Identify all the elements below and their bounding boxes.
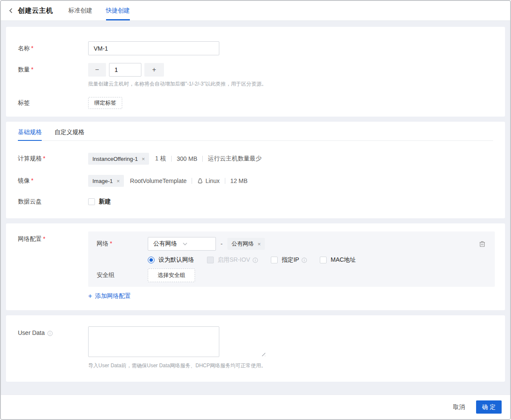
offering-tag-remove-icon[interactable]: × (142, 156, 145, 162)
network-card: 网络配置* 网络* 公有网络 - 公有网络 × (6, 223, 505, 310)
name-input[interactable] (88, 41, 219, 55)
tab-standard-create[interactable]: 标准创建 (69, 1, 92, 20)
image-tag: Image-1 × (88, 175, 124, 187)
sriov-checkbox (207, 257, 214, 263)
network-tag-remove-icon[interactable]: × (258, 241, 261, 247)
selected-network-tag: 公有网络 × (227, 238, 265, 250)
sriov-label: 启用SR-IOV (218, 256, 250, 264)
mac-address-checkbox[interactable] (320, 257, 327, 263)
image-tag-remove-icon[interactable]: × (117, 178, 120, 184)
plus-icon: + (88, 293, 92, 300)
data-volume-row: 数据云盘 新建 (18, 198, 493, 206)
network-options-row: 设为默认网络 启用SR-IOV 指定IP (97, 256, 486, 264)
new-volume-checkbox-label: 新建 (99, 198, 111, 206)
name-label: 名称* (18, 45, 88, 52)
trash-icon (479, 240, 485, 247)
count-row: 数量* − + 批量创建云主机时，名称将会自动增加后缀"-1/-2/-3"以此类… (18, 63, 493, 88)
userdata-textarea[interactable] (88, 326, 219, 357)
bind-tag-button[interactable]: 绑定标签 (88, 97, 122, 109)
quantity-hint: 批量创建云主机时，名称将会自动增加后缀"-1/-2/-3"以此类推，用于区分资源… (88, 80, 267, 88)
delete-network-button[interactable] (478, 240, 486, 248)
back-chevron-icon (9, 8, 14, 14)
confirm-button[interactable]: 确 定 (476, 400, 502, 414)
spec-card: 基础规格 自定义规格 计算规格* InstanceOffering-1 × 1 … (6, 122, 505, 218)
tab-custom-spec[interactable]: 自定义规格 (55, 129, 84, 141)
offering-label: 计算规格* (18, 155, 88, 163)
quantity-plus-button[interactable]: + (144, 63, 164, 77)
footer-bar: 取消 确 定 (1, 394, 510, 419)
network-label: 网络* (97, 240, 148, 248)
back-button[interactable] (9, 1, 18, 20)
data-volume-label: 数据云盘 (18, 198, 88, 206)
image-row: 镜像* Image-1 × RootVolumeTemplate Linux 1… (18, 175, 493, 187)
create-mode-tabs: 标准创建 快捷创建 (69, 1, 144, 20)
specify-ip-info-icon[interactable] (301, 257, 307, 263)
offering-row: 计算规格* InstanceOffering-1 × 1 核 300 MB 运行… (18, 153, 493, 165)
offering-meta: 1 核 300 MB 运行云主机数量最少 (155, 155, 261, 163)
specify-ip-label: 指定IP (281, 256, 299, 264)
default-network-label: 设为默认网络 (158, 256, 194, 264)
mac-address-label: MAC地址 (330, 256, 356, 264)
tag-label: 标签 (18, 99, 88, 107)
userdata-row: User Data 导入User Data前，需确保User Data网络服务、… (18, 326, 493, 369)
image-label: 镜像* (18, 177, 88, 185)
security-group-label: 安全组 (97, 271, 148, 279)
add-network-config-link[interactable]: + 添加网络配置 (88, 292, 131, 300)
userdata-info-icon[interactable] (47, 331, 53, 336)
quantity-stepper: − + (88, 63, 267, 77)
quantity-minus-button[interactable]: − (88, 63, 106, 77)
userdata-hint: 导入User Data前，需确保User Data网络服务、DHCP网络服务均可… (88, 362, 266, 369)
name-row: 名称* (18, 41, 493, 55)
new-volume-checkbox[interactable] (88, 198, 95, 205)
security-group-row: 安全组 选择安全组 (97, 269, 486, 282)
tag-row: 标签 绑定标签 (18, 97, 493, 109)
tab-quick-create[interactable]: 快捷创建 (106, 1, 130, 20)
page-title: 创建云主机 (18, 1, 53, 20)
default-network-radio[interactable] (148, 257, 155, 263)
image-meta: RootVolumeTemplate Linux 12 MB (130, 177, 247, 184)
userdata-card: User Data 导入User Data前，需确保User Data网络服务、… (6, 315, 505, 382)
tab-basic-spec[interactable]: 基础规格 (18, 129, 42, 141)
network-config-row: 网络配置* 网络* 公有网络 - 公有网络 × (18, 231, 495, 287)
cancel-button[interactable]: 取消 (453, 403, 465, 411)
network-config-label: 网络配置* (18, 231, 88, 287)
select-security-group-button[interactable]: 选择安全组 (148, 269, 195, 282)
form-content: 名称* 数量* − + 批量创建云主机时，名称将会自动增加后缀"-1/-2/-3… (1, 21, 510, 394)
dash-separator: - (221, 240, 223, 247)
page-header: 创建云主机 标准创建 快捷创建 (1, 1, 510, 21)
chevron-down-icon (183, 243, 212, 246)
network-select-row: 网络* 公有网络 - 公有网络 × (97, 237, 486, 251)
specify-ip-checkbox[interactable] (271, 257, 278, 263)
quantity-input[interactable] (109, 63, 141, 77)
sriov-info-icon[interactable] (253, 257, 258, 263)
userdata-label: User Data (18, 326, 88, 369)
count-label: 数量* (18, 63, 88, 88)
network-select[interactable]: 公有网络 (148, 237, 216, 251)
network-panel: 网络* 公有网络 - 公有网络 × (88, 231, 495, 287)
linux-icon (197, 178, 203, 184)
basic-info-card: 名称* 数量* − + 批量创建云主机时，名称将会自动增加后缀"-1/-2/-3… (6, 27, 505, 117)
spec-tabs: 基础规格 自定义规格 (18, 122, 493, 141)
create-vm-page: 创建云主机 标准创建 快捷创建 名称* 数量* − + 批量创建云主机时 (0, 0, 511, 420)
offering-tag: InstanceOffering-1 × (88, 153, 149, 165)
